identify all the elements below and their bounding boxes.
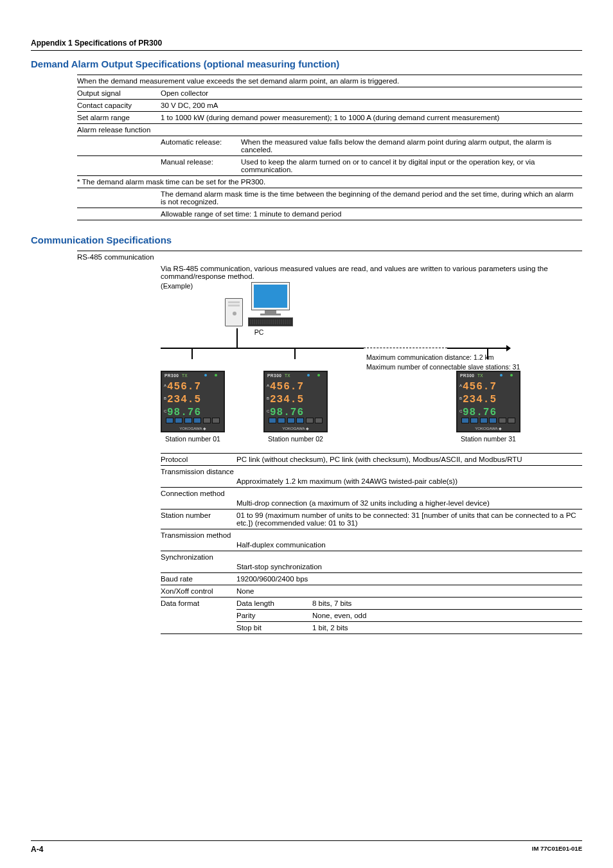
row-value: Start-stop synchronization: [236, 561, 582, 573]
row-label: Set alarm range: [77, 112, 161, 124]
device-brand: PR300: [164, 373, 179, 378]
row-label: Xon/Xoff control: [161, 585, 236, 598]
table-row: The demand alarm mask time is the time b…: [77, 188, 582, 208]
row-value: PC link (without checksum), PC link (wit…: [236, 454, 582, 466]
demand-alarm-content: When the demand measurement value exceed…: [77, 75, 582, 220]
sub-label: Parity: [236, 610, 312, 622]
communication-spec-table: Protocol PC link (without checksum), PC …: [161, 453, 582, 634]
device-display-1: 456.7: [270, 381, 321, 393]
device-brand: PR300: [460, 373, 474, 378]
led-blue-icon: [500, 374, 502, 376]
table-row: Half-duplex communication: [161, 539, 582, 551]
table-row: Contact capacity 30 V DC, 200 mA: [77, 100, 582, 112]
empty-cell: [161, 497, 236, 509]
mask-note-body: The demand alarm mask time is the time b…: [161, 188, 582, 208]
led-green-icon: [510, 374, 513, 376]
rs485-label: RS-485 communication: [77, 251, 582, 263]
table-row: Station number 01 to 99 (maximum number …: [161, 509, 582, 529]
table-row: Stop bit 1 bit, 2 bits: [161, 622, 582, 634]
row-label: Contact capacity: [77, 100, 161, 112]
table-row: Parity None, even, odd: [161, 610, 582, 622]
empty-cell: [161, 610, 236, 622]
alarm-release-label: Alarm release function: [77, 124, 582, 136]
communication-content: RS-485 communication Via RS-485 communic…: [77, 251, 582, 634]
auto-release-value: When the measured value falls below the …: [241, 136, 582, 156]
section-title-communication: Communication Specifications: [31, 235, 582, 245]
row-label: Transmission distance: [161, 466, 582, 476]
table-row: Synchronization: [161, 551, 582, 562]
table-row: RS-485 communication: [77, 251, 582, 263]
device-display-2: 234.5: [463, 394, 514, 405]
rs485-diagram: (Example) PC Maximum communication dista…: [161, 282, 582, 443]
table-row: Start-stop synchronization: [161, 561, 582, 573]
table-row: Transmission distance: [161, 466, 582, 476]
bus-line: [161, 337, 582, 368]
device-display-2: 234.5: [270, 394, 321, 405]
keyboard-icon: [248, 317, 293, 326]
pc-tower-icon: [225, 298, 243, 326]
table-row: Manual release: Used to keep the alarm t…: [77, 156, 582, 176]
empty-cell: [77, 188, 161, 208]
pr300-device-icon: PR300 TX ABC 456.7 234.5 98.76 YOKOGAWA …: [456, 371, 520, 432]
manual-release-label: Manual release:: [161, 156, 241, 176]
row-label: Transmission method: [161, 529, 582, 540]
table-row: Data format Data length 8 bits, 7 bits: [161, 598, 582, 610]
device-display-1: 456.7: [463, 381, 514, 393]
empty-cell: [161, 539, 236, 551]
row-value: Approximately 1.2 km maximum (with 24AWG…: [236, 475, 582, 488]
empty-cell: [77, 156, 161, 176]
example-label: (Example): [161, 282, 193, 290]
empty-cell: [161, 622, 236, 634]
row-value: 30 V DC, 200 mA: [161, 100, 582, 112]
table-row: Approximately 1.2 km maximum (with 24AWG…: [161, 475, 582, 488]
section-title-demand-alarm: Demand Alarm Output Specifications (opti…: [31, 58, 582, 69]
row-value: 01 to 99 (maximum number of units to be …: [236, 509, 582, 529]
device-display-2: 234.5: [167, 394, 218, 405]
device-footer: YOKOGAWA ◆: [458, 426, 519, 430]
empty-cell: [77, 263, 161, 282]
device-wrap: PR300 TX ABC 456.7 234.5 98.76 YOKOGAWA …: [161, 371, 225, 443]
table-row: Protocol PC link (without checksum), PC …: [161, 454, 582, 466]
table-row: Connection method: [161, 488, 582, 498]
sub-value: 8 bits, 7 bits: [312, 598, 582, 610]
sub-value: None, even, odd: [312, 610, 582, 622]
empty-cell: [161, 475, 236, 488]
table-row: * The demand alarm mask time can be set …: [77, 176, 582, 188]
demand-alarm-table: When the demand measurement value exceed…: [77, 75, 582, 220]
device-display-3: 98.76: [270, 407, 321, 418]
sub-label: Data length: [236, 598, 312, 610]
table-row: Baud rate 19200/9600/2400 bps: [161, 573, 582, 585]
row-label: Connection method: [161, 488, 582, 498]
appendix-header: Appendix 1 Specifications of PR300: [31, 39, 582, 51]
row-value: 1 to 1000 kW (during demand power measur…: [161, 112, 582, 124]
sub-value: 1 bit, 2 bits: [312, 622, 582, 634]
table-row: Automatic release: When the measured val…: [77, 136, 582, 156]
page-number: A-4: [31, 845, 43, 854]
manual-release-value: Used to keep the alarm turned on or to c…: [241, 156, 582, 176]
empty-cell: [161, 561, 236, 573]
pr300-device-icon: PR300 TX ABC 456.7 234.5 98.76 YOKOGAWA …: [263, 371, 328, 432]
table-row: Transmission method: [161, 529, 582, 540]
device-wrap: PR300 TX ABC 456.7 234.5 98.76 YOKOGAWA …: [263, 371, 328, 443]
demand-intro: When the demand measurement value exceed…: [77, 75, 582, 87]
page-footer: A-4 IM 77C01E01-01E: [31, 840, 582, 854]
document-id: IM 77C01E01-01E: [532, 845, 582, 854]
arrow-right-icon: [506, 345, 511, 351]
empty-cell: [77, 208, 161, 220]
led-blue-icon: [307, 374, 310, 376]
device-display-1: 456.7: [167, 381, 218, 393]
station-label: Station number 01: [165, 435, 220, 443]
led-green-icon: [215, 374, 217, 376]
row-label: Baud rate: [161, 573, 236, 585]
row-label: Station number: [161, 509, 236, 529]
empty-cell: [77, 136, 161, 156]
led-blue-icon: [204, 374, 207, 376]
row-label: Output signal: [77, 87, 161, 100]
mask-note-range: Allowable range of set time: 1 minute to…: [161, 208, 582, 220]
station-label: Station number 31: [461, 435, 516, 443]
table-row: Output signal Open collector: [77, 87, 582, 100]
device-row: PR300 TX ABC 456.7 234.5 98.76 YOKOGAWA …: [161, 371, 582, 443]
row-value: Multi-drop connection (a maximum of 32 u…: [236, 497, 582, 509]
table-row: Via RS-485 communication, various measur…: [77, 263, 582, 282]
rs485-header-table: RS-485 communication Via RS-485 communic…: [77, 251, 582, 282]
